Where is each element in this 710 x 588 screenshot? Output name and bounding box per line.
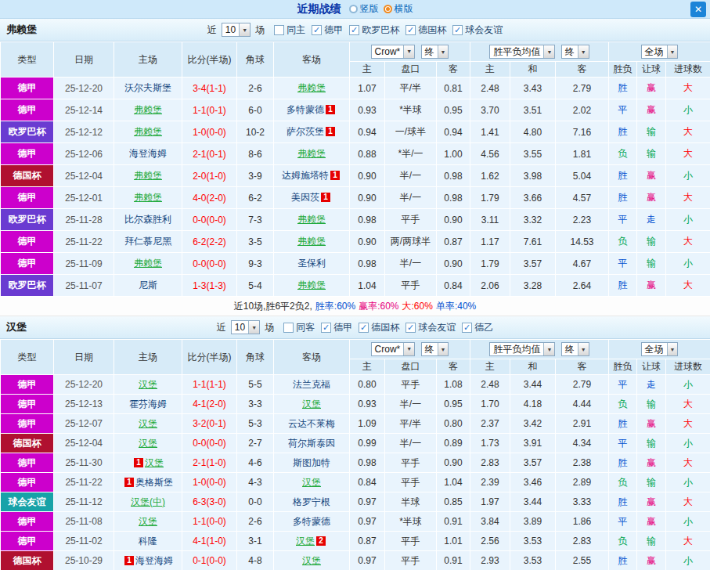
- filter-checkbox-1[interactable]: ✓德甲: [321, 321, 352, 334]
- filter-checkbox-3[interactable]: ✓球会友谊: [405, 321, 456, 334]
- result-goals-cell: 大: [666, 414, 710, 434]
- close-button[interactable]: ✕: [690, 2, 706, 17]
- home-team-link[interactable]: 比尔森胜利: [124, 214, 171, 225]
- away-team-link[interactable]: 云达不莱梅: [288, 418, 335, 429]
- odds-source-dropdown[interactable]: Crow* ▼: [371, 342, 416, 356]
- corner-cell: 3-5: [237, 231, 274, 253]
- match-count-dropdown[interactable]: 10 ▼: [231, 320, 260, 334]
- home-team-link[interactable]: 霍芬海姆: [129, 399, 167, 409]
- summary-text: 胜率:60%: [315, 300, 355, 313]
- away-team-link[interactable]: 弗赖堡: [297, 214, 326, 225]
- checkbox-icon[interactable]: ✓: [405, 323, 416, 333]
- wdl-period-dropdown[interactable]: 终 ▼: [561, 45, 589, 59]
- checkbox-icon[interactable]: ✓: [359, 323, 369, 333]
- match-row: 德甲25-12-20沃尔夫斯堡3-4(1-1)2-6弗赖堡1.07平/半0.81…: [1, 78, 710, 99]
- home-team-link[interactable]: 弗赖堡: [134, 170, 162, 181]
- home-team-link[interactable]: 弗赖堡: [134, 258, 162, 269]
- filter-checkbox-1[interactable]: ✓德甲: [312, 23, 343, 37]
- checkbox-icon[interactable]: ✓: [312, 25, 322, 35]
- away-win-odds-cell: 2.91: [556, 414, 609, 434]
- col-away: 客场: [274, 42, 350, 78]
- away-team-link[interactable]: 汉堡: [302, 399, 321, 409]
- home-team-link[interactable]: 沃尔夫斯堡: [124, 82, 171, 93]
- odds-source-dropdown[interactable]: Crow* ▼: [371, 45, 416, 59]
- match-count-dropdown[interactable]: 10 ▼: [222, 23, 250, 37]
- home-team-cell: 霍芬海姆: [114, 395, 182, 414]
- home-team-link[interactable]: 汉堡(中): [131, 496, 165, 507]
- competition-badge: 德国杯: [1, 165, 54, 187]
- home-team-link[interactable]: 拜仁慕尼黑: [124, 236, 171, 247]
- home-team-link[interactable]: 汉堡: [139, 379, 157, 390]
- layout-radio-vertical[interactable]: 竖版: [349, 2, 379, 16]
- away-team-cell: 弗赖堡: [274, 143, 350, 165]
- result-handicap-cell: 输: [637, 395, 666, 414]
- wdl-period-dropdown[interactable]: 终 ▼: [561, 342, 589, 356]
- away-team-link[interactable]: 达姆施塔特: [282, 170, 329, 181]
- away-team-cell: 弗赖堡: [274, 78, 350, 99]
- home-team-link[interactable]: 弗赖堡: [134, 126, 162, 137]
- ah-home-odds-cell: 1.04: [350, 275, 385, 297]
- filter-checkbox-4[interactable]: ✓德乙: [462, 321, 493, 334]
- filter-checkbox-2[interactable]: ✓德国杯: [359, 321, 399, 334]
- checkbox-icon[interactable]: ✓: [452, 25, 463, 35]
- odds-period-dropdown[interactable]: 终 ▼: [421, 342, 449, 356]
- handicap-cell: 半/一: [385, 165, 437, 187]
- away-team-link[interactable]: 荷尔斯泰因: [288, 438, 335, 449]
- away-team-link[interactable]: 萨尔茨堡: [287, 126, 324, 137]
- checkbox-icon[interactable]: ✓: [321, 323, 331, 333]
- home-team-link[interactable]: 奥格斯堡: [135, 477, 173, 488]
- away-team-link[interactable]: 弗赖堡: [297, 82, 326, 93]
- scope-dropdown[interactable]: 全场 ▼: [641, 45, 679, 59]
- checkbox-icon[interactable]: ✓: [349, 25, 359, 35]
- away-team-link[interactable]: 法兰克福: [293, 379, 330, 390]
- away-team-link[interactable]: 格罗宁根: [293, 496, 330, 507]
- score-cell: 1-3(1-3): [182, 275, 237, 297]
- radio-unselected-icon[interactable]: [349, 5, 358, 13]
- radio-selected-icon[interactable]: [384, 5, 392, 13]
- away-team-link[interactable]: 美因茨: [291, 192, 319, 203]
- checkbox-icon[interactable]: ✓: [405, 25, 416, 35]
- away-team-link[interactable]: 汉堡: [302, 477, 321, 488]
- odds-period-dropdown[interactable]: 终 ▼: [421, 45, 449, 59]
- result-goals-cell: 大: [666, 231, 710, 253]
- away-team-link[interactable]: 汉堡: [302, 555, 321, 566]
- home-team-link[interactable]: 科隆: [139, 536, 157, 547]
- result-wdl-cell: 平: [609, 512, 637, 532]
- away-team-link[interactable]: 汉堡: [296, 536, 315, 547]
- away-team-cell: 汉堡: [274, 551, 350, 571]
- scope-dropdown[interactable]: 全场 ▼: [641, 342, 679, 356]
- away-team-link[interactable]: 弗赖堡: [297, 280, 326, 290]
- away-team-link[interactable]: 斯图加特: [293, 457, 330, 468]
- home-team-link[interactable]: 尼斯: [139, 280, 157, 290]
- result-wdl-cell: 平: [609, 209, 637, 231]
- checkbox-icon[interactable]: ✓: [462, 323, 472, 333]
- filter-checkbox-4[interactable]: ✓球会友谊: [452, 23, 503, 37]
- layout-radio-horizontal[interactable]: 横版: [384, 2, 413, 16]
- wdl-avg-dropdown[interactable]: 胜平负均值 ▼: [489, 45, 555, 59]
- filter-checkbox-2[interactable]: ✓欧罗巴杯: [349, 23, 399, 37]
- checkbox-icon[interactable]: [283, 323, 294, 333]
- away-team-link[interactable]: 多特蒙德: [293, 516, 330, 527]
- home-team-link[interactable]: 海登海姆: [129, 148, 167, 159]
- away-team-link[interactable]: 圣保利: [297, 258, 326, 269]
- home-win-odds-cell: 1.62: [470, 165, 510, 187]
- filter-checkbox-0[interactable]: 同主: [274, 23, 305, 37]
- home-win-odds-cell: 2.83: [470, 453, 510, 473]
- competition-badge: 德甲: [1, 453, 54, 473]
- home-team-link[interactable]: 弗赖堡: [134, 192, 162, 203]
- checkbox-icon[interactable]: [274, 25, 284, 35]
- home-team-link[interactable]: 汉堡: [139, 438, 157, 449]
- filter-checkbox-3[interactable]: ✓德国杯: [405, 23, 446, 37]
- home-team-link[interactable]: 海登海姆: [135, 555, 173, 566]
- ah-away-odds-cell: 0.95: [437, 99, 470, 121]
- home-team-link[interactable]: 汉堡: [139, 516, 157, 527]
- away-team-link[interactable]: 弗赖堡: [297, 236, 326, 247]
- away-team-link[interactable]: 多特蒙德: [287, 104, 324, 115]
- home-team-link[interactable]: 弗赖堡: [134, 104, 162, 115]
- wdl-avg-dropdown[interactable]: 胜平负均值 ▼: [489, 342, 555, 356]
- ah-home-odds-cell: 0.99: [350, 434, 385, 453]
- home-team-link[interactable]: 汉堡: [145, 457, 164, 468]
- home-team-link[interactable]: 汉堡: [139, 418, 157, 429]
- filter-checkbox-0[interactable]: 同客: [283, 321, 315, 334]
- away-team-link[interactable]: 弗赖堡: [297, 148, 326, 159]
